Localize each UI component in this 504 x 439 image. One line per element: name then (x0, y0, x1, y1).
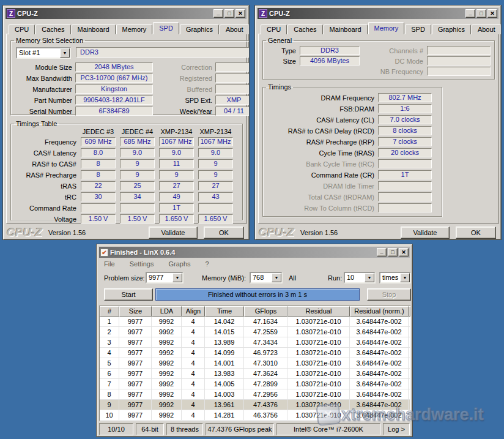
field-value (427, 67, 491, 76)
tab-memory[interactable]: Memory (116, 24, 153, 34)
tab-caches[interactable]: Caches (287, 24, 322, 34)
all-label: All (289, 274, 296, 282)
column-header[interactable]: Time (205, 306, 244, 317)
slot-select[interactable]: Slot #1 ▼ (16, 47, 71, 59)
titlebar: Z CPU-Z _ □ ✕ (6, 8, 246, 19)
tab-graphics[interactable]: Graphics (432, 24, 471, 34)
table-cell: 3.648447e-002 (350, 410, 409, 421)
row-label: Command Rate (CR) (264, 171, 374, 179)
table-row[interactable]: 299779992414.01547.25591.030721e-0103.64… (100, 327, 410, 337)
validate-button[interactable]: Validate (401, 227, 450, 239)
tab-graphics[interactable]: Graphics (180, 24, 219, 34)
table-row[interactable]: 799779992414.00547.28991.030721e-0103.64… (100, 379, 410, 389)
minimize-button[interactable]: _ (213, 9, 223, 18)
memory-select[interactable]: 768 ▼ (250, 272, 283, 283)
version-label: Version 1.56 (300, 229, 338, 236)
tab-mainboard[interactable]: Mainboard (72, 24, 116, 34)
chevron-down-icon[interactable]: ▼ (400, 273, 410, 282)
menu-graphs[interactable]: Graphs (168, 260, 190, 268)
column-header[interactable]: Residual (norm.) (350, 306, 409, 317)
run-select[interactable]: 10 ▼ (344, 272, 376, 283)
run-value: 10 (345, 273, 365, 282)
times-select[interactable]: times ▼ (379, 272, 411, 283)
maximize-button[interactable]: □ (224, 9, 234, 18)
table-row[interactable]: 399779992413.98947.34341.030721e-0103.64… (100, 337, 410, 348)
menu-file[interactable]: File (104, 260, 115, 268)
gflops-peak-cell: 47.4376 GFlops peak (206, 423, 274, 435)
table-cell (409, 317, 410, 327)
chevron-down-icon[interactable]: ▼ (365, 273, 374, 282)
tab-cpu[interactable]: CPU (261, 24, 287, 34)
table-cell: 1.030721e-010 (287, 337, 350, 348)
timing-value: 9 (198, 159, 233, 168)
run-label: Run: (328, 274, 342, 282)
column-header[interactable]: # (100, 306, 119, 317)
menu-help[interactable]: ? (206, 260, 209, 268)
ok-button[interactable]: OK (204, 227, 244, 239)
column-header[interactable]: LDA (152, 306, 182, 317)
tab-caches[interactable]: Caches (35, 24, 70, 34)
problem-size-value: 9977 (147, 273, 172, 282)
menu-settings[interactable]: Settings (130, 260, 154, 268)
close-button[interactable]: ✕ (235, 9, 245, 18)
cpuz-footer: CPU-Z Version 1.56 Validate OK (259, 225, 497, 240)
table-row[interactable]: 699779992413.98347.36241.030721e-0103.64… (100, 369, 410, 379)
table-cell: 9977 (119, 410, 152, 421)
field-label: Channels # (363, 47, 423, 54)
timing-value: 685 MHz (120, 137, 155, 146)
maximize-button[interactable]: □ (388, 248, 398, 257)
close-button[interactable]: ✕ (399, 248, 409, 257)
start-button[interactable]: Start (104, 288, 153, 301)
chevron-down-icon[interactable]: ▼ (60, 48, 70, 58)
column-header[interactable]: Align (182, 306, 205, 317)
column-header[interactable]: GFlops (244, 306, 287, 317)
tab-cpu[interactable]: CPU (9, 24, 35, 34)
tab-about[interactable]: About (472, 24, 502, 34)
column-header[interactable]: Size (119, 306, 152, 317)
tab-spd[interactable]: SPD (153, 22, 179, 34)
table-cell: 4 (182, 348, 205, 358)
table-cell: 4 (182, 379, 205, 389)
ok-button[interactable]: OK (456, 227, 496, 239)
memory-label: Memory (MiB): (202, 274, 246, 282)
timing-value: 9 (120, 170, 155, 179)
table-row[interactable]: 1099779992414.28146.37561.030721e-0103.6… (100, 410, 410, 421)
column-header[interactable]: Residual (287, 306, 350, 317)
timing-value (198, 203, 233, 212)
chevron-down-icon[interactable]: ▼ (172, 273, 182, 282)
stop-button[interactable]: Stop (367, 288, 411, 301)
table-row[interactable]: 499779992414.09946.97231.030721e-0103.64… (100, 348, 410, 358)
table-cell: 14.001 (205, 358, 244, 369)
maximize-button[interactable]: □ (476, 9, 486, 18)
field-label: SPD Ext. (156, 97, 212, 104)
table-row[interactable]: 899779992414.00347.29561.030721e-0103.64… (100, 389, 410, 400)
problem-size-select[interactable]: 9977 ▼ (146, 272, 183, 283)
table-row[interactable]: 199779992414.04247.16341.030721e-0103.64… (100, 317, 410, 327)
cpuz-spd-window: Z CPU-Z _ □ ✕ CPUCachesMainboardMemorySP… (2, 5, 250, 240)
close-button[interactable]: ✕ (487, 9, 497, 18)
timing-value: 8 (81, 159, 116, 168)
table-cell: 4 (182, 410, 205, 421)
table-cell: 4 (182, 389, 205, 400)
table-cell: 3.648447e-002 (350, 400, 409, 410)
tab-memory[interactable]: Memory (368, 22, 405, 34)
tab-about[interactable]: About (220, 24, 250, 34)
table-cell: 9977 (119, 369, 152, 379)
table-cell (409, 389, 410, 400)
table-cell: 1.030721e-010 (287, 358, 350, 369)
minimize-button[interactable]: _ (465, 9, 475, 18)
minimize-button[interactable]: _ (377, 248, 387, 257)
cpu-name-cell: Intel® Core™ i7-2600K (276, 423, 380, 435)
tab-mainboard[interactable]: Mainboard (324, 24, 368, 34)
table-row[interactable]: 999779992413.96147.43761.030721e-0103.64… (100, 400, 410, 410)
table-cell: 9977 (119, 317, 152, 327)
tab-spd[interactable]: SPD (405, 24, 431, 34)
window-title: CPU-Z (269, 10, 464, 17)
table-row[interactable]: 599779992414.00147.30101.030721e-0103.64… (100, 358, 410, 369)
validate-button[interactable]: Validate (149, 227, 198, 239)
log-button[interactable]: Log > (383, 423, 410, 435)
memory-tab-page: General TypeDDR3Channels #Size4096 MByte… (258, 34, 499, 223)
column-header[interactable] (409, 306, 410, 317)
status-banner: Finished without errors in 3 m 1 s (155, 288, 360, 301)
chevron-down-icon[interactable]: ▼ (272, 273, 281, 282)
